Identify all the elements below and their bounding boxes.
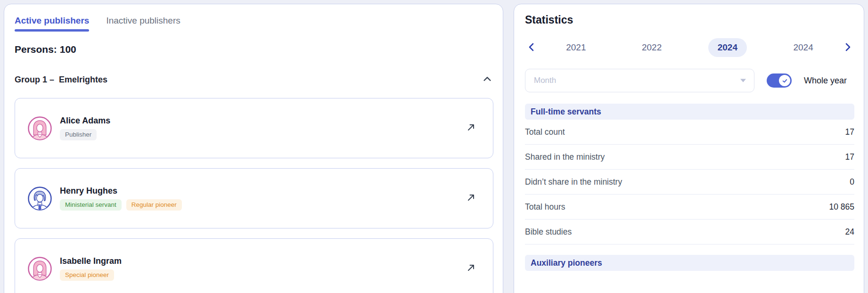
stat-row: Shared in the ministry 17 [525, 145, 854, 170]
stat-row: Didn’t share in the ministry 0 [525, 170, 854, 195]
person-name: Alice Adams [60, 116, 110, 126]
section-title: Auxiliary pioneers [531, 258, 602, 268]
person-card-list: Alice Adams Publisher [15, 98, 493, 293]
active-tab-underline [15, 29, 89, 32]
year-option[interactable]: 2024 [784, 38, 822, 57]
person-card[interactable]: Isabelle Ingram Special pioneer [15, 238, 493, 293]
tab-label: Inactive publishers [106, 16, 180, 25]
chevron-up-icon [482, 74, 492, 86]
section-title: Full-time servants [531, 107, 601, 117]
whole-year-toggle[interactable] [767, 73, 792, 88]
role-badge: Ministerial servant [60, 199, 122, 211]
tab-inactive-publishers[interactable]: Inactive publishers [106, 16, 180, 32]
badge-list: Ministerial servant Regular pioneer [60, 199, 182, 211]
person-info: Isabelle Ingram Special pioneer [60, 256, 122, 281]
next-year-button[interactable] [841, 41, 854, 55]
stat-label: Total count [525, 127, 565, 137]
open-person-arrow-icon[interactable] [466, 262, 477, 275]
person-card[interactable]: Henry Hughes Ministerial servant Regular… [15, 168, 493, 228]
person-card[interactable]: Alice Adams Publisher [15, 98, 493, 158]
year-option[interactable]: 2021 [557, 38, 595, 57]
stat-label: Bible studies [525, 227, 572, 237]
publishers-panel: Active publishers Inactive publishers Pe… [4, 4, 503, 293]
section-header-full-time-servants: Full-time servants [525, 104, 854, 120]
tab-label: Active publishers [15, 16, 89, 25]
year-option[interactable]: 2022 [632, 38, 671, 57]
group-header[interactable]: Group 1 – Emelrightes [15, 73, 493, 87]
publishers-tabs: Active publishers Inactive publishers [15, 16, 493, 32]
open-person-arrow-icon[interactable] [466, 192, 477, 205]
stat-label: Total hours [525, 202, 565, 212]
stat-value: 17 [845, 152, 854, 162]
role-badge: Publisher [60, 129, 97, 141]
female-avatar-icon [27, 256, 52, 281]
open-person-arrow-icon[interactable] [466, 122, 477, 135]
year-navigator: 2021 2022 2024 2024 [525, 37, 854, 58]
person-name: Isabelle Ingram [60, 256, 122, 266]
month-select[interactable] [525, 69, 754, 92]
stat-value: 0 [850, 177, 854, 187]
stat-label: Shared in the ministry [525, 152, 605, 162]
year-items: 2021 2022 2024 2024 [538, 38, 841, 57]
collapse-group-button[interactable] [481, 73, 493, 87]
chevron-down-icon [740, 79, 746, 82]
group-title: Group 1 – Emelrightes [15, 75, 107, 85]
month-select-input[interactable] [525, 69, 754, 92]
tab-active-publishers[interactable]: Active publishers [15, 16, 89, 32]
female-avatar-icon [27, 116, 52, 141]
badge-list: Special pioneer [60, 269, 122, 281]
stat-row: Bible studies 24 [525, 220, 854, 244]
stat-row: Total hours 10 865 [525, 195, 854, 220]
statistics-title: Statistics [525, 14, 854, 26]
stat-value: 17 [845, 127, 854, 137]
section-header-auxiliary-pioneers: Auxiliary pioneers [525, 255, 854, 271]
whole-year-label: Whole year [804, 76, 847, 86]
prev-year-button[interactable] [525, 41, 538, 55]
toggle-check-icon [779, 75, 790, 86]
role-badge: Special pioneer [60, 269, 114, 281]
chevron-left-icon [526, 41, 537, 54]
statistics-panel: Statistics 2021 2022 2024 2024 [514, 4, 864, 293]
male-avatar-icon [27, 186, 52, 211]
stat-label: Didn’t share in the ministry [525, 177, 622, 187]
badge-list: Publisher [60, 129, 110, 141]
year-option-selected[interactable]: 2024 [708, 38, 747, 57]
persons-count: Persons: 100 [15, 44, 493, 55]
period-controls: Whole year [525, 69, 854, 92]
person-info: Alice Adams Publisher [60, 116, 110, 141]
chevron-right-icon [842, 41, 853, 54]
stat-value: 10 865 [829, 202, 854, 212]
person-name: Henry Hughes [60, 186, 182, 196]
stat-row: Total count 17 [525, 120, 854, 145]
person-info: Henry Hughes Ministerial servant Regular… [60, 186, 182, 211]
role-badge: Regular pioneer [126, 199, 182, 211]
stat-value: 24 [845, 227, 854, 237]
